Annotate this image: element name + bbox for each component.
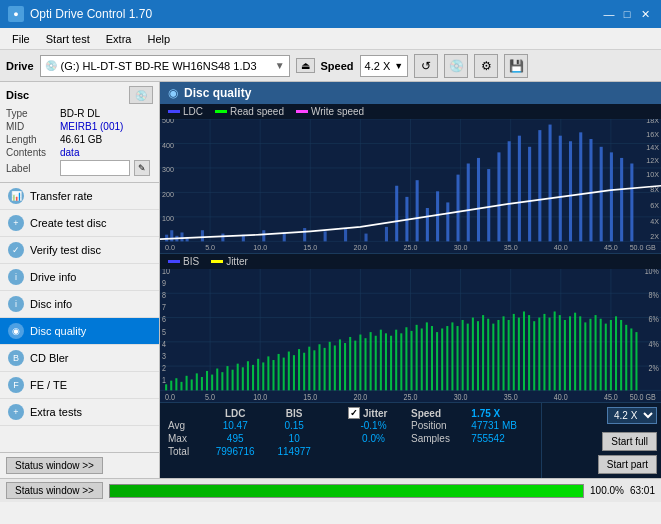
svg-text:6: 6 xyxy=(162,314,167,324)
svg-text:2%: 2% xyxy=(649,363,659,373)
speed-selector[interactable]: 4.2 X ▼ xyxy=(360,55,409,77)
samples-value: 755542 xyxy=(467,432,533,445)
speed-dropdown[interactable]: 4.2 X MAX xyxy=(607,407,657,424)
svg-rect-138 xyxy=(395,329,397,390)
speed-value: 4.2 X xyxy=(365,60,391,72)
menu-start-test[interactable]: Start test xyxy=(38,31,98,47)
svg-rect-170 xyxy=(559,315,561,390)
nav-create-test-disc[interactable]: + Create test disc xyxy=(0,210,159,237)
disc-mid-row: MID MEIRB1 (001) xyxy=(6,121,153,132)
disc-length-label: Length xyxy=(6,134,56,145)
drive-bar: Drive 💿 (G:) HL-DT-ST BD-RE WH16NS48 1.D… xyxy=(0,50,661,82)
transfer-rate-icon: 📊 xyxy=(8,188,24,204)
nav-verify-test-disc[interactable]: ✓ Verify test disc xyxy=(0,237,159,264)
svg-rect-99 xyxy=(196,373,198,390)
nav-transfer-rate[interactable]: 📊 Transfer rate xyxy=(0,183,159,210)
disc-label-row: Label ✎ xyxy=(6,160,153,176)
avg-label: Avg xyxy=(168,419,204,432)
svg-rect-179 xyxy=(605,323,607,390)
svg-rect-176 xyxy=(589,318,591,390)
nav-drive-info[interactable]: i Drive info xyxy=(0,264,159,291)
nav-items: 📊 Transfer rate + Create test disc ✓ Ver… xyxy=(0,183,159,452)
nav-disc-info[interactable]: i Disc info xyxy=(0,291,159,318)
svg-rect-166 xyxy=(538,317,540,390)
save-button[interactable]: 💾 xyxy=(504,54,528,78)
nav-disc-info-label: Disc info xyxy=(30,298,72,310)
nav-extra-tests[interactable]: + Extra tests xyxy=(0,399,159,426)
left-panel: Disc 💿 Type BD-R DL MID MEIRB1 (001) Len… xyxy=(0,82,160,478)
svg-rect-172 xyxy=(569,316,571,390)
svg-rect-149 xyxy=(451,322,453,390)
start-full-button[interactable]: Start full xyxy=(602,432,657,451)
svg-rect-47 xyxy=(569,141,572,241)
svg-rect-120 xyxy=(303,352,305,390)
svg-text:200: 200 xyxy=(162,190,174,199)
svg-rect-182 xyxy=(620,319,622,389)
app-title: Opti Drive Control 1.70 xyxy=(30,7,152,21)
svg-rect-156 xyxy=(487,318,489,390)
svg-rect-161 xyxy=(513,313,515,389)
menu-file[interactable]: File xyxy=(4,31,38,47)
status-window-button[interactable]: Status window >> xyxy=(6,457,103,474)
minimize-button[interactable]: — xyxy=(601,6,617,22)
svg-text:4X: 4X xyxy=(650,216,659,225)
drive-selector[interactable]: 💿 (G:) HL-DT-ST BD-RE WH16NS48 1.D3 ▼ xyxy=(40,55,290,77)
svg-rect-49 xyxy=(589,139,592,241)
disc-load-icon[interactable]: 💿 xyxy=(129,86,153,104)
eject-button[interactable]: ⏏ xyxy=(296,58,315,73)
jitter-dot xyxy=(211,260,223,263)
progress-percent: 100.0% xyxy=(590,485,624,496)
bottom-status-button[interactable]: Status window >> xyxy=(6,482,103,499)
svg-rect-95 xyxy=(175,378,177,390)
svg-rect-117 xyxy=(288,351,290,390)
svg-rect-159 xyxy=(503,316,505,390)
window-controls: — □ ✕ xyxy=(601,6,653,22)
svg-rect-115 xyxy=(278,353,280,389)
svg-text:25.0: 25.0 xyxy=(404,392,418,402)
position-value: 47731 MB xyxy=(467,419,533,432)
max-ldc: 495 xyxy=(204,432,266,445)
nav-fe-te[interactable]: F FE / TE xyxy=(0,372,159,399)
svg-rect-100 xyxy=(201,377,203,390)
maximize-button[interactable]: □ xyxy=(619,6,635,22)
svg-text:6X: 6X xyxy=(650,201,659,210)
svg-text:10X: 10X xyxy=(646,170,659,179)
nav-disc-quality[interactable]: ◉ Disc quality xyxy=(0,318,159,345)
svg-rect-122 xyxy=(313,350,315,390)
jitter-checkbox[interactable]: ✓ xyxy=(348,407,360,419)
svg-rect-46 xyxy=(559,136,562,242)
speed-col-value: 1.75 X xyxy=(467,407,533,419)
nav-cd-bler[interactable]: B CD Bler xyxy=(0,345,159,372)
svg-rect-119 xyxy=(298,349,300,390)
chart-header: ◉ Disc quality xyxy=(160,82,661,104)
menu-extra[interactable]: Extra xyxy=(98,31,140,47)
max-bis: 10 xyxy=(266,432,322,445)
svg-rect-143 xyxy=(421,328,423,390)
svg-text:9: 9 xyxy=(162,278,166,288)
svg-text:10: 10 xyxy=(162,269,171,276)
settings-button[interactable]: ⚙ xyxy=(474,54,498,78)
svg-rect-53 xyxy=(630,164,633,242)
read-speed-label: Read speed xyxy=(230,106,284,117)
close-button[interactable]: ✕ xyxy=(637,6,653,22)
svg-rect-134 xyxy=(375,335,377,390)
svg-text:400: 400 xyxy=(162,141,174,150)
disc-label-edit-icon[interactable]: ✎ xyxy=(134,160,150,176)
stats-area: LDC BIS ✓ Jitter Speed 1.75 X xyxy=(160,403,541,478)
svg-text:40.0: 40.0 xyxy=(554,392,568,402)
start-part-button[interactable]: Start part xyxy=(598,455,657,474)
svg-text:40.0: 40.0 xyxy=(554,243,568,252)
svg-rect-32 xyxy=(416,180,419,241)
svg-rect-153 xyxy=(472,317,474,390)
svg-text:50.0 GB: 50.0 GB xyxy=(630,243,656,252)
col-bis: BIS xyxy=(266,407,322,419)
disc-button[interactable]: 💿 xyxy=(444,54,468,78)
bis-legend: BIS xyxy=(168,256,199,267)
refresh-button[interactable]: ↺ xyxy=(414,54,438,78)
ldc-label: LDC xyxy=(183,106,203,117)
menu-help[interactable]: Help xyxy=(139,31,178,47)
disc-label-input[interactable] xyxy=(60,160,130,176)
position-label: Position xyxy=(405,419,467,432)
svg-rect-178 xyxy=(600,318,602,390)
nav-verify-test-disc-label: Verify test disc xyxy=(30,244,101,256)
